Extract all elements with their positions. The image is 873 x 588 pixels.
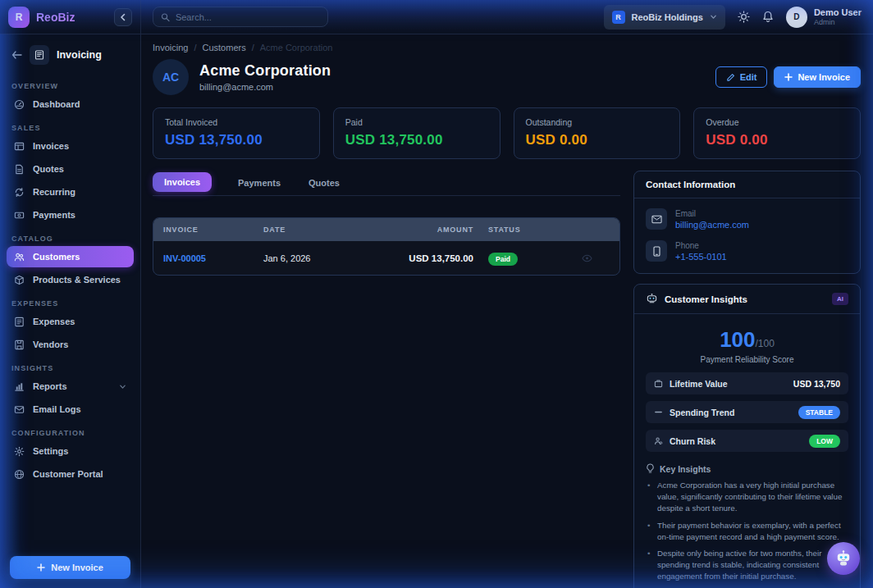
stat-label: Outstanding — [526, 117, 669, 127]
churn-risk-badge: LOW — [809, 435, 840, 448]
payments-icon — [14, 210, 25, 221]
left-column: Invoices Payments Quotes INVOICE DATE AM… — [153, 171, 620, 276]
user-menu[interactable]: D Demo User Admin — [786, 7, 862, 28]
new-invoice-button[interactable]: New Invoice — [774, 66, 861, 88]
key-insight-bullet: Their payment behavior is exemplary, wit… — [646, 520, 848, 543]
user-name: Demo User — [814, 7, 862, 18]
key-insight-bullet: Despite only being active for two months… — [646, 548, 848, 583]
spending-trend-badge: STABLE — [798, 406, 840, 419]
sidebar-new-invoice-label: New Invoice — [51, 563, 103, 572]
section-label-configuration: CONFIGURATION — [11, 429, 129, 437]
column-header-date: DATE — [263, 226, 377, 234]
eye-icon — [582, 254, 592, 262]
sidebar-item-label: Customer Portal — [33, 469, 103, 479]
contact-information-card: Contact Information Email billing@acme.c… — [633, 171, 861, 274]
customer-insights-card: Customer Insights AI 100/100 Payment Rel… — [633, 284, 861, 588]
main-content: Invoicing / Customers / Acme Corporation… — [141, 34, 873, 588]
sidebar-item-recurring[interactable]: Recurring — [7, 181, 134, 203]
brand-logo: R — [8, 7, 30, 28]
reports-icon — [14, 381, 25, 392]
score-value: 100 — [720, 327, 755, 352]
person-icon — [654, 436, 663, 445]
sidebar-item-customers[interactable]: Customers — [7, 246, 134, 267]
org-switcher[interactable]: R ReoBiz Holdings — [604, 5, 725, 30]
theme-toggle-button[interactable] — [738, 11, 750, 23]
stats-row: Total Invoiced USD 13,750.00 Paid USD 13… — [153, 107, 861, 159]
tab-quotes[interactable]: Quotes — [307, 173, 341, 193]
column-header-invoice: INVOICE — [163, 226, 263, 234]
sun-icon — [738, 11, 750, 23]
search-input[interactable] — [176, 12, 320, 22]
customer-initials: AC — [162, 71, 179, 84]
sidebar-item-expenses[interactable]: Expenses — [7, 311, 134, 332]
stat-value: USD 0.00 — [526, 132, 669, 148]
brand-logo-letter: R — [16, 11, 23, 23]
sidebar-item-dashboard[interactable]: Dashboard — [7, 93, 134, 115]
email-link[interactable]: billing@acme.com — [675, 220, 749, 230]
recurring-icon — [14, 187, 25, 198]
briefcase-icon — [654, 379, 663, 388]
stat-label: Total Invoiced — [165, 117, 308, 127]
metric-label: Spending Trend — [670, 408, 734, 417]
edit-button-label: Edit — [740, 72, 757, 82]
search-box[interactable] — [153, 7, 328, 27]
robot-icon — [834, 549, 853, 568]
status-badge: Paid — [488, 253, 518, 266]
section-label-expenses: EXPENSES — [11, 299, 129, 308]
user-avatar: D — [786, 7, 807, 28]
sidebar-item-label: Quotes — [33, 164, 64, 174]
score-max: /100 — [756, 338, 775, 349]
new-invoice-button-label: New Invoice — [798, 72, 850, 82]
table-row[interactable]: INV-00005 Jan 6, 2026 USD 13,750.00 Paid — [153, 241, 619, 275]
sidebar-item-products-services[interactable]: Products & Services — [7, 269, 134, 290]
sidebar-item-reports[interactable]: Reports — [7, 376, 134, 397]
arrow-left-icon — [11, 51, 22, 59]
breadcrumb-invoicing[interactable]: Invoicing — [153, 43, 188, 52]
sidebar-item-customer-portal[interactable]: Customer Portal — [7, 463, 134, 485]
sidebar-new-invoice-button[interactable]: New Invoice — [10, 556, 130, 579]
chevron-left-icon — [119, 13, 127, 21]
user-role: Admin — [814, 18, 862, 26]
invoice-number-link[interactable]: INV-00005 — [163, 253, 263, 263]
stat-value: USD 13,750.00 — [345, 132, 488, 148]
sidebar-item-label: Invoices — [33, 141, 69, 151]
globe-icon — [14, 469, 25, 480]
chatbot-button[interactable] — [827, 542, 860, 575]
edit-button[interactable]: Edit — [715, 66, 768, 88]
sidebar-item-payments[interactable]: Payments — [7, 204, 134, 226]
sidebar-item-label: Dashboard — [33, 99, 80, 109]
sidebar-item-invoices[interactable]: Invoices — [7, 135, 134, 157]
page-title: Acme Corporation — [199, 62, 331, 80]
sidebar: Invoicing OVERVIEW Dashboard SALES Invoi… — [0, 34, 141, 588]
tab-invoices[interactable]: Invoices — [153, 172, 212, 192]
breadcrumb-customers[interactable]: Customers — [202, 43, 245, 52]
robot-icon — [646, 293, 658, 305]
invoice-date: Jan 6, 2026 — [263, 253, 377, 263]
back-button[interactable] — [11, 51, 22, 59]
sidebar-item-label: Expenses — [33, 317, 75, 326]
contact-card-title: Contact Information — [646, 180, 735, 189]
sidebar-item-label: Email Logs — [33, 404, 81, 414]
email-logs-icon — [14, 404, 25, 415]
sidebar-item-quotes[interactable]: Quotes — [7, 158, 134, 180]
breadcrumb-separator: / — [194, 43, 196, 52]
metric-value: USD 13,750 — [793, 379, 840, 389]
score-caption: Payment Reliability Score — [646, 355, 848, 364]
notifications-button[interactable] — [762, 11, 774, 23]
sidebar-item-email-logs[interactable]: Email Logs — [7, 399, 134, 420]
sidebar-item-settings[interactable]: Settings — [7, 440, 134, 462]
expenses-icon — [14, 317, 25, 327]
sidebar-item-vendors[interactable]: Vendors — [7, 334, 134, 355]
breadcrumb-separator: / — [252, 43, 254, 52]
insights-card-title: Customer Insights — [665, 294, 747, 304]
search-icon — [161, 12, 170, 22]
customers-icon — [14, 252, 25, 262]
tab-payments[interactable]: Payments — [236, 173, 282, 193]
envelope-icon — [646, 208, 667, 230]
chevron-down-icon — [119, 383, 126, 390]
sidebar-item-label: Customers — [33, 252, 80, 262]
sidebar-collapse-button[interactable] — [114, 8, 132, 26]
brand-zone: R ReoBiz — [0, 0, 141, 34]
phone-link[interactable]: +1-555-0101 — [675, 252, 727, 262]
view-invoice-button[interactable] — [564, 254, 610, 262]
